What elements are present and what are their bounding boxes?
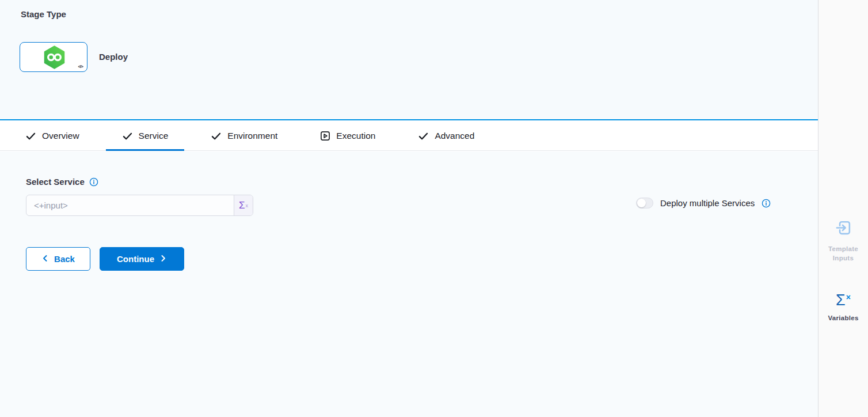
check-icon xyxy=(418,131,429,142)
variables-button[interactable]: Σ× Variables xyxy=(818,293,868,323)
select-service-field: Σx xyxy=(26,195,253,216)
tab-advanced[interactable]: Advanced xyxy=(402,122,490,150)
template-inputs-label: Template Inputs xyxy=(825,245,861,263)
template-inputs-button[interactable]: Template Inputs xyxy=(818,219,868,263)
deploy-multiple-row: Deploy multiple Services xyxy=(636,198,771,208)
check-icon xyxy=(211,131,222,142)
chevron-left-icon xyxy=(41,254,49,264)
check-icon xyxy=(25,131,36,142)
variables-label: Variables xyxy=(825,314,861,323)
deploy-stage-card[interactable]: </> xyxy=(20,42,87,72)
variables-sigma-icon: Σ× xyxy=(836,291,851,309)
tab-service[interactable]: Service xyxy=(106,122,185,150)
tab-overview[interactable]: Overview xyxy=(9,122,96,150)
select-service-label: Select Service xyxy=(26,177,85,187)
toggle-knob xyxy=(637,199,646,207)
play-box-icon xyxy=(320,131,330,141)
select-service-input[interactable] xyxy=(26,195,234,215)
service-tab-content: Select Service Σx Deploy multiple Servic… xyxy=(0,151,818,417)
sigma-superscript: x xyxy=(246,203,249,208)
chevron-right-icon xyxy=(159,254,167,264)
deploy-multiple-label: Deploy multiple Services xyxy=(660,198,755,208)
stage-type-title: Stage Type xyxy=(21,9,66,19)
template-inputs-icon xyxy=(835,229,852,238)
deploy-multiple-toggle[interactable] xyxy=(636,198,653,208)
stage-config-panel: Stage Type </> Deploy xyxy=(0,0,818,417)
back-button[interactable]: Back xyxy=(26,247,90,271)
info-icon[interactable] xyxy=(89,177,98,187)
info-icon[interactable] xyxy=(762,199,771,208)
tab-environment[interactable]: Environment xyxy=(195,122,294,150)
stage-type-name: Deploy xyxy=(99,52,128,62)
code-glyph: </> xyxy=(78,64,83,69)
deploy-stage-icon xyxy=(44,46,65,71)
tab-execution[interactable]: Execution xyxy=(304,122,391,150)
runtime-input-sigma-button[interactable]: Σx xyxy=(234,195,253,215)
check-icon xyxy=(122,131,133,142)
sigma-icon: Σ xyxy=(239,200,245,211)
right-rail: Template Inputs Σ× Variables xyxy=(818,0,868,417)
stage-tabs: Overview Service Environment Execution xyxy=(0,122,818,151)
stage-type-section: Stage Type </> Deploy xyxy=(0,0,818,120)
continue-button[interactable]: Continue xyxy=(100,247,184,271)
wizard-navigation: Back Continue xyxy=(26,247,184,271)
